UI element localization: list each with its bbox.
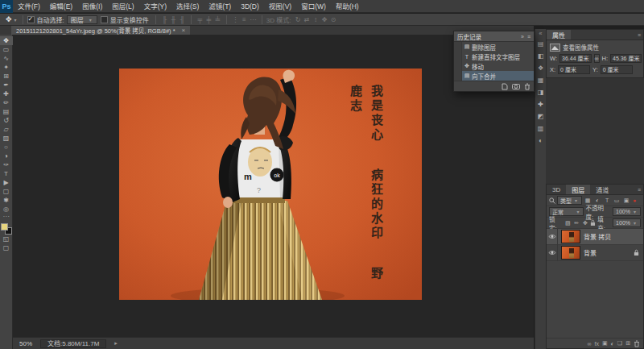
align-top-edges-icon[interactable]: ╤ (196, 16, 204, 23)
panel-menu-icon[interactable]: ≡ (527, 34, 530, 39)
tab-3d[interactable]: 3D (547, 185, 566, 194)
3d-roll-icon[interactable]: ⇄ (302, 16, 311, 23)
3d-rotate-icon[interactable]: ↻ (293, 16, 302, 23)
align-left-edges-icon[interactable]: ╟ (160, 16, 169, 23)
document-tab[interactable]: 20151121202801_54aYr.jpeg @ 50%(背景 拷贝, R… (11, 26, 190, 35)
new-document-from-state-icon[interactable] (502, 83, 508, 90)
marquee-tool[interactable]: ▭ (0, 45, 13, 54)
tab-channels[interactable]: 通道 (590, 185, 614, 194)
filter-shape-layers-icon[interactable]: ▭ (613, 197, 621, 204)
distribute-vertical-icon[interactable]: ⋮ (231, 16, 240, 23)
history-source-checkbox[interactable] (454, 71, 462, 81)
menu-layer[interactable]: 图层(L) (107, 0, 138, 13)
menu-view[interactable]: 视图(V) (264, 0, 296, 13)
layer-thumbnail[interactable] (561, 246, 580, 260)
y-field[interactable]: 0 厘米 (601, 65, 633, 74)
screen-mode-button[interactable]: ▢ (0, 243, 13, 252)
delete-state-trash-icon[interactable] (524, 83, 530, 90)
menu-edit[interactable]: 编辑(E) (45, 0, 77, 13)
x-field[interactable]: 0 厘米 (558, 65, 590, 74)
menu-type[interactable]: 文字(Y) (139, 0, 171, 13)
panel-menu-icon[interactable]: ≡ (638, 30, 643, 39)
tool-preset-caret-icon[interactable]: ▾ (14, 17, 17, 23)
tab-properties[interactable]: 属性 (547, 30, 571, 39)
zoom-level[interactable]: 50% (19, 340, 32, 347)
delete-layer-trash-icon[interactable] (634, 340, 640, 347)
layer-row-background[interactable]: 背景 (547, 245, 643, 261)
3d-scale-icon[interactable]: ⊙ (328, 16, 337, 23)
dodge-tool[interactable]: ◑ (0, 152, 13, 160)
history-state-merge-down[interactable]: ▤ 向下合并 (454, 71, 534, 81)
hand-tool[interactable]: ✱ (0, 196, 13, 205)
layer-name[interactable]: 背景 拷贝 (584, 232, 611, 241)
width-field[interactable]: 36.44 厘米 (559, 54, 591, 63)
quick-selection-tool[interactable]: ✦ (0, 63, 13, 72)
align-vertical-centers-icon[interactable]: ╪ (204, 16, 213, 23)
align-bottom-edges-icon[interactable]: ╧ (213, 16, 222, 23)
align-horizontal-centers-icon[interactable]: ╫ (169, 16, 178, 23)
lock-all-icon[interactable] (590, 219, 596, 226)
rectangle-tool[interactable]: ▢ (0, 187, 13, 196)
edit-toolbar-ellipsis[interactable]: ⋯ (3, 214, 10, 221)
lasso-tool[interactable]: ∿ (0, 54, 13, 63)
history-state-delete-layer[interactable]: ▤ 删除图层 (454, 42, 534, 52)
layer-name[interactable]: 背景 (584, 248, 597, 257)
expand-panels-icon[interactable]: « (539, 31, 543, 36)
show-transform-checkbox[interactable] (101, 16, 108, 23)
3d-drag-icon[interactable]: ↕ (311, 16, 320, 23)
dock-panel-icon-7[interactable]: ◩ (536, 113, 546, 121)
add-mask-icon[interactable]: ▣ (602, 340, 608, 347)
align-right-edges-icon[interactable]: ╢ (178, 16, 187, 23)
healing-brush-tool[interactable]: ✚ (0, 89, 13, 98)
lock-image-pixels-icon[interactable]: ✏ (573, 220, 580, 226)
layer-row-background-copy[interactable]: 背景 拷贝 (547, 229, 643, 245)
menu-select[interactable]: 选择(S) (171, 0, 204, 13)
filter-type-dropdown[interactable]: 类型 ▾ (557, 196, 582, 205)
lock-position-icon[interactable]: ✥ (582, 220, 589, 226)
distribute-horizontal-icon[interactable]: ≡ (240, 16, 249, 23)
auto-select-checkbox[interactable] (27, 16, 35, 23)
menu-filter[interactable]: 滤镜(T) (204, 0, 236, 13)
fill-dropdown[interactable]: 100% ▾ (613, 218, 641, 227)
history-brush-tool[interactable]: ↺ (0, 116, 13, 125)
dock-panel-icon-9[interactable]: ◐ (536, 137, 546, 145)
eraser-tool[interactable]: ▱ (0, 125, 13, 134)
move-tool[interactable]: ✥ (0, 36, 13, 45)
close-icon[interactable]: × (182, 27, 186, 34)
dock-panel-icon-6[interactable]: ✚ (536, 101, 546, 109)
layer-visibility-toggle[interactable] (547, 245, 558, 261)
3d-slide-icon[interactable]: ✥ (320, 16, 328, 23)
new-snapshot-camera-icon[interactable] (512, 83, 520, 89)
link-layers-icon[interactable]: ∞ (588, 341, 592, 347)
menu-help[interactable]: 帮助(H) (331, 0, 364, 13)
collapse-panel-icon[interactable]: » (521, 34, 524, 39)
crop-tool[interactable]: ⊞ (0, 72, 13, 81)
dock-panel-icon-5[interactable]: ◨ (536, 89, 546, 97)
opacity-dropdown[interactable]: 100% ▾ (613, 207, 641, 216)
dock-panel-icon-3[interactable]: ❖ (536, 64, 546, 73)
history-source-checkbox[interactable] (454, 61, 462, 71)
filter-toggle-icon[interactable]: ● (633, 197, 636, 203)
height-field[interactable]: 45.36 厘米 (610, 54, 642, 63)
adjustment-layer-icon[interactable]: ◐ (611, 341, 614, 347)
blur-tool[interactable]: ○ (0, 143, 13, 152)
distribute-spacing-icon[interactable]: ⋯ (249, 16, 258, 23)
history-panel-header[interactable]: 历史记录 » ≡ (454, 31, 534, 42)
path-selection-tool[interactable]: ▶ (0, 178, 13, 187)
filter-smart-objects-icon[interactable]: ▣ (622, 197, 630, 204)
menu-file[interactable]: 文件(F) (13, 0, 45, 13)
auto-select-dropdown[interactable]: 图层 ▾ (67, 15, 97, 24)
layer-thumbnail[interactable] (561, 230, 580, 243)
pen-tool[interactable]: ✑ (0, 160, 13, 169)
brush-tool[interactable]: ✏ (0, 98, 13, 107)
new-layer-icon[interactable]: ⊞ (625, 340, 630, 347)
layer-visibility-toggle[interactable] (547, 229, 558, 245)
history-source-checkbox[interactable] (454, 52, 462, 61)
lock-transparent-pixels-icon[interactable]: ▨ (564, 220, 572, 226)
menu-image[interactable]: 图像(I) (77, 0, 107, 13)
open-document-image[interactable]: m ok ? (119, 69, 422, 300)
dock-panel-icon-1[interactable]: ▤ (536, 40, 546, 48)
new-group-icon[interactable]: ❏ (617, 340, 622, 347)
dock-panel-icon-4[interactable]: ▦ (536, 77, 546, 85)
foreground-color-swatch[interactable] (1, 223, 8, 231)
